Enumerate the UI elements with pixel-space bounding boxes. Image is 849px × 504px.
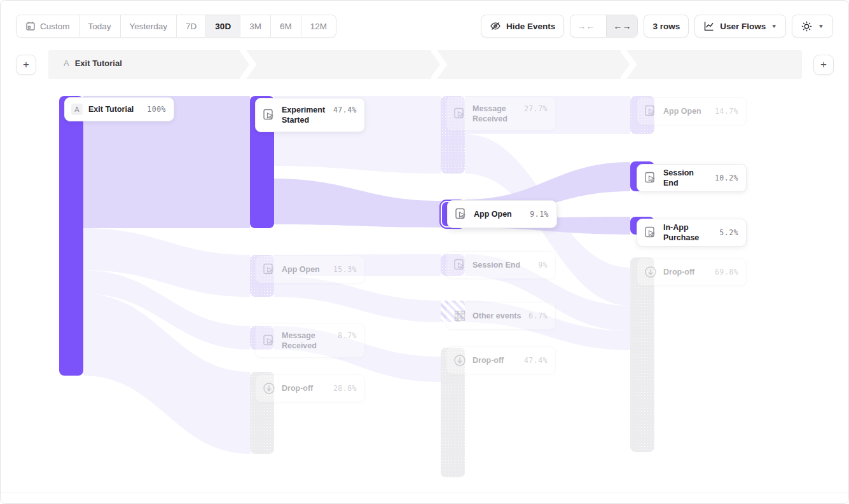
event-icon: [262, 262, 276, 276]
node-percent: 9%: [538, 261, 548, 269]
flow-node-message-received-3[interactable]: Message Received 27.7%: [446, 97, 556, 131]
node-percent: 8.7%: [338, 324, 357, 340]
flow-node-exit-tutorial[interactable]: A Exit Tutorial 100%: [64, 97, 174, 121]
node-percent: 14.7%: [715, 107, 738, 116]
sankey-flows: [1, 1, 849, 504]
event-icon: [453, 258, 467, 272]
node-label: Session End: [663, 168, 709, 188]
node-label: Drop-off: [282, 383, 328, 393]
node-label: Experiment Started: [282, 105, 328, 125]
node-percent: 27.7%: [524, 97, 548, 113]
flow-node-other-events-3[interactable]: Other events 6.7%: [446, 302, 556, 330]
flow-node-message-received-2[interactable]: Message Received 8.7%: [255, 324, 365, 358]
flow-node-session-end-3[interactable]: Session End 9%: [446, 251, 556, 279]
user-flows-window: Custom Today Yesterday 7D 30D 3M 6M 12M …: [0, 0, 849, 504]
node-percent: 100%: [147, 105, 166, 114]
node-percent: 47.4%: [524, 356, 548, 365]
node-percent: 6.7%: [528, 311, 548, 320]
flow-node-experiment-started[interactable]: Experiment Started 47.4%: [255, 98, 365, 132]
flow-node-drop-off-3[interactable]: Drop-off 47.4%: [446, 346, 556, 374]
event-icon: [454, 207, 468, 221]
origin-badge: A: [71, 104, 83, 115]
event-icon: [644, 171, 658, 185]
node-percent: 15.3%: [333, 265, 357, 274]
flow-node-drop-off-4[interactable]: Drop-off 69.8%: [637, 258, 747, 286]
node-label: Session End: [473, 260, 532, 270]
node-percent: 69.8%: [715, 268, 738, 276]
node-label: App Open: [282, 264, 328, 275]
node-percent: 28.6%: [333, 384, 357, 393]
node-percent: 10.2%: [715, 174, 738, 182]
node-percent: 47.4%: [333, 99, 357, 114]
node-percent: 9.1%: [530, 210, 549, 219]
flow-node-app-open-3[interactable]: App Open 9.1%: [447, 200, 557, 228]
node-label: Message Received: [282, 330, 332, 351]
flow-node-in-app-purchase-4[interactable]: In-App Purchase 5.2%: [637, 219, 747, 247]
node-label: App Open: [474, 209, 524, 219]
event-icon: [262, 334, 276, 348]
node-label: In-App Purchase: [663, 222, 714, 243]
node-label: Drop-off: [663, 267, 709, 277]
node-label: Message Received: [473, 104, 518, 124]
drop-off-icon: [262, 381, 276, 395]
node-percent: 5.2%: [719, 228, 738, 237]
node-label: App Open: [663, 106, 709, 116]
bottom-divider: [1, 493, 848, 503]
flow-node-drop-off-2[interactable]: Drop-off 28.6%: [255, 374, 365, 402]
node-label: Drop-off: [473, 355, 518, 365]
flow-node-session-end-4[interactable]: Session End 10.2%: [637, 164, 747, 192]
node-label: Other events: [473, 311, 523, 321]
sankey-canvas: A Exit Tutorial 100% Experiment Started …: [1, 1, 848, 503]
event-icon: [644, 226, 658, 240]
event-icon: [262, 108, 276, 122]
drop-off-icon: [453, 353, 467, 367]
event-icon: [453, 107, 467, 121]
flow-node-app-open-4[interactable]: App Open 14.7%: [637, 97, 747, 125]
flow-node-app-open-2[interactable]: App Open 15.3%: [255, 255, 365, 283]
node-bar-exit-tutorial[interactable]: [59, 96, 83, 376]
event-icon: [644, 104, 658, 118]
other-events-icon: [453, 309, 467, 323]
node-label: Exit Tutorial: [88, 104, 141, 114]
drop-off-icon: [644, 265, 658, 279]
node-bar-drop-off-4[interactable]: [630, 257, 654, 452]
